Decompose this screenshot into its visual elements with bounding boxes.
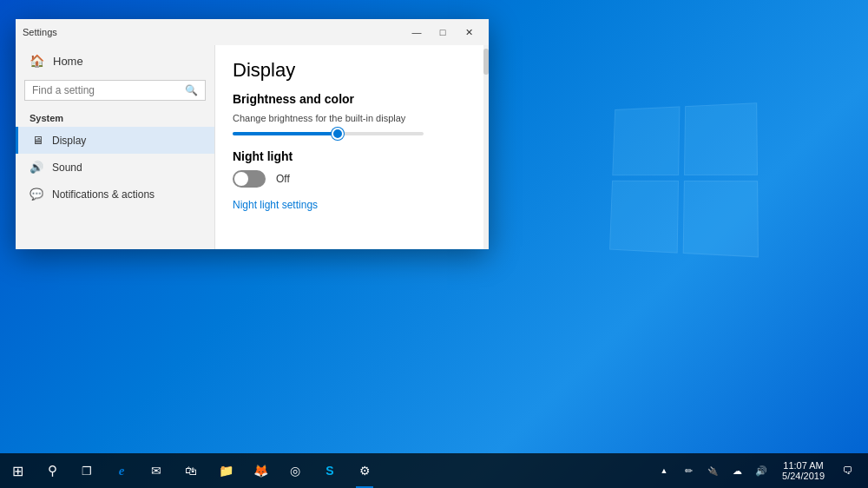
task-view-button[interactable]: ❐ (69, 453, 104, 488)
sidebar-item-notifications[interactable]: 💬 Notifications & actions (16, 181, 214, 208)
store-icon: 🛍 (185, 464, 197, 478)
night-light-row: Off (233, 170, 471, 188)
notification-icon: 🗨 (843, 465, 853, 477)
night-light-toggle[interactable] (233, 170, 266, 188)
tray-chevron[interactable]: ▲ (654, 453, 674, 488)
taskbar-app-store[interactable]: 🛍 (174, 453, 208, 488)
taskbar-app-mail[interactable]: ✉ (139, 453, 174, 488)
search-icon: 🔍 (185, 84, 198, 96)
scroll-bar[interactable] (483, 45, 489, 249)
taskbar-app-settings[interactable]: ⚙ (347, 453, 382, 488)
search-input[interactable] (32, 84, 180, 96)
brightness-section-title: Brightness and color (233, 92, 471, 106)
sidebar-item-display-label: Display (52, 135, 86, 147)
taskbar-app-edge[interactable]: e (104, 453, 139, 488)
window-title: Settings (23, 27, 404, 37)
mail-icon: ✉ (151, 464, 161, 478)
tray-volume-icon[interactable]: 🔊 (751, 453, 772, 488)
slider-fill (233, 132, 338, 135)
toggle-thumb (234, 172, 248, 186)
taskbar-tray: ▲ ✏ 🔌 ☁ 🔊 11:07 AM 5/24/2019 🗨 (647, 453, 868, 488)
home-icon: 🏠 (30, 54, 44, 68)
minimize-button[interactable]: — (404, 19, 430, 45)
home-label: Home (53, 55, 83, 68)
windows-logo (608, 104, 764, 260)
taskbar-app-chrome[interactable]: ◎ (278, 453, 312, 488)
page-title: Display (233, 59, 471, 82)
search-box[interactable]: 🔍 (24, 80, 206, 101)
start-icon: ⊞ (12, 463, 23, 479)
settings-icon: ⚙ (359, 464, 371, 478)
taskbar-app-firefox[interactable]: 🦊 (243, 453, 278, 488)
night-light-label: Night light (233, 149, 471, 163)
settings-window: Settings — □ ✕ 🏠 Home 🔍 System 🖥 (16, 19, 489, 249)
brightness-slider-container[interactable] (233, 132, 471, 135)
display-icon: 🖥 (32, 134, 43, 147)
notifications-icon: 💬 (30, 188, 43, 201)
chrome-icon: ◎ (290, 464, 300, 478)
task-view-icon: ❐ (82, 465, 92, 478)
firefox-icon: 🦊 (253, 464, 268, 478)
main-content: Display Brightness and color Change brig… (215, 45, 489, 249)
sidebar-item-sound[interactable]: 🔊 Sound (16, 154, 214, 181)
sidebar: 🏠 Home 🔍 System 🖥 Display 🔊 Sound (16, 45, 215, 249)
title-bar: Settings — □ ✕ (16, 19, 489, 45)
taskbar-app-skype[interactable]: S (312, 453, 347, 488)
brightness-slider-track[interactable] (233, 132, 424, 135)
taskbar-clock[interactable]: 11:07 AM 5/24/2019 (775, 453, 832, 488)
maximize-button[interactable]: □ (430, 19, 456, 45)
night-light-settings-link[interactable]: Night light settings (233, 199, 318, 211)
tray-wifi-icon[interactable]: ☁ (727, 453, 747, 488)
clock-time: 11:07 AM (783, 460, 823, 471)
brightness-description: Change brightness for the built-in displ… (233, 113, 471, 123)
close-button[interactable]: ✕ (456, 19, 482, 45)
clock-date: 5/24/2019 (782, 471, 825, 481)
sidebar-item-display[interactable]: 🖥 Display (16, 127, 214, 154)
sidebar-home[interactable]: 🏠 Home (16, 45, 214, 76)
start-button[interactable]: ⊞ (0, 453, 35, 488)
tray-network-icon[interactable]: 🔌 (702, 453, 723, 488)
sidebar-item-notifications-label: Notifications & actions (52, 188, 155, 201)
sound-icon: 🔊 (30, 161, 43, 174)
explorer-icon: 📁 (219, 464, 233, 478)
slider-thumb[interactable] (332, 128, 344, 140)
taskbar: ⊞ ⚲ ❐ e ✉ 🛍 📁 🦊 ◎ S ⚙ ▲ ✏ 🔌 ☁ 🔊 11:07 (0, 453, 868, 488)
notification-center-button[interactable]: 🗨 (835, 453, 861, 488)
tray-pen-icon[interactable]: ✏ (678, 453, 699, 488)
skype-icon: S (326, 464, 333, 478)
night-light-state: Off (276, 173, 290, 185)
sidebar-item-sound-label: Sound (52, 162, 82, 174)
taskbar-app-explorer[interactable]: 📁 (208, 453, 243, 488)
taskbar-search-icon: ⚲ (48, 463, 57, 478)
scroll-thumb[interactable] (483, 49, 489, 75)
system-section-label: System (16, 108, 214, 127)
taskbar-search[interactable]: ⚲ (35, 453, 69, 488)
edge-icon: e (119, 464, 125, 478)
